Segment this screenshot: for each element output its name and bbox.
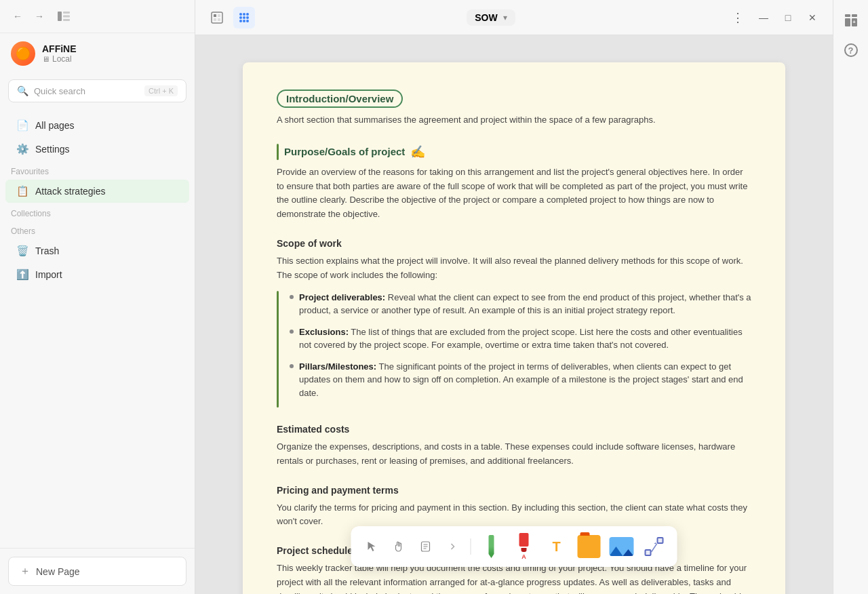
doc-title: SOW [475, 12, 497, 23]
import-label: Import [35, 269, 62, 280]
section-purpose: Purpose/Goals of project ✍️ Provide an o… [277, 144, 751, 222]
trash-label: Trash [35, 245, 59, 256]
more-options-button[interactable]: ⋮ [727, 7, 749, 28]
estimated-costs-text: Organize the expenses, descriptions, and… [277, 440, 751, 469]
others-label: Others [0, 221, 195, 239]
edgeless-button[interactable] [206, 7, 228, 28]
help-button[interactable]: ? [839, 38, 863, 62]
pricing-text: You clarify the terms for pricing and pa… [277, 501, 751, 530]
doc-area[interactable]: ••• Introduction/Overview A short sectio… [195, 35, 833, 594]
bullet-text-1: Exclusions: The list of things that are … [299, 325, 751, 352]
section-intro: Introduction/Overview A short section th… [277, 90, 751, 127]
trash-icon: 🗑️ [16, 245, 28, 257]
page-view-button[interactable] [233, 7, 255, 28]
user-workspace: 🖥 Local [42, 54, 77, 64]
sidebar-footer: ＋ New Page [0, 548, 195, 594]
sidebar-item-attack-strategies[interactable]: 📋 Attack strategies [5, 180, 189, 203]
bullet-content: Project deliverables: Reveal what the cl… [290, 291, 751, 408]
text-tool-button[interactable]: T [542, 532, 572, 561]
panel-toggle-button[interactable] [54, 7, 73, 26]
all-pages-icon: 📄 [16, 119, 28, 132]
user-name: AFFiNE [42, 43, 77, 54]
intro-heading: Introduction/Overview [277, 90, 403, 108]
sidebar-item-settings[interactable]: ⚙️ Settings [5, 138, 189, 161]
doc-title-area[interactable]: SOW ▾ [467, 9, 515, 26]
shape-tool-button[interactable] [574, 532, 604, 561]
sidebar-item-trash[interactable]: 🗑️ Trash [5, 239, 189, 262]
user-info: AFFiNE 🖥 Local [42, 43, 77, 64]
bullet-text-2: Pillars/Milestones: The significant poin… [299, 360, 751, 400]
window-controls: — □ ✕ [754, 8, 822, 27]
avatar: 🟠 [11, 41, 35, 66]
bullet-dot-2 [290, 364, 294, 368]
image-tool-button[interactable] [607, 532, 637, 561]
select-tool-button[interactable] [359, 534, 384, 559]
purpose-text: Provide an overview of the reasons for t… [277, 165, 751, 222]
user-profile[interactable]: 🟠 AFFiNE 🖥 Local [0, 33, 195, 74]
connector-tool-button[interactable] [639, 532, 669, 561]
svg-rect-7 [214, 18, 216, 21]
back-button[interactable]: ← [8, 7, 27, 26]
bullet-section: Project deliverables: Reveal what the cl… [277, 291, 751, 408]
svg-rect-4 [212, 12, 222, 23]
main-area: SOW ▾ ⋮ — □ ✕ ••• Introduction/Overview … [195, 0, 833, 594]
search-icon: 🔍 [17, 85, 28, 96]
right-panel: + ? [833, 0, 868, 594]
svg-rect-0 [58, 12, 62, 21]
svg-point-9 [239, 13, 242, 16]
svg-point-12 [239, 16, 242, 19]
new-page-button[interactable]: ＋ New Page [8, 557, 186, 586]
svg-point-17 [246, 20, 249, 22]
forward-button[interactable]: → [30, 7, 49, 26]
svg-rect-8 [218, 18, 220, 21]
scope-heading: Scope of work [277, 238, 751, 249]
settings-label: Settings [35, 144, 70, 155]
note-tool-button[interactable] [414, 534, 438, 559]
plus-icon: ＋ [20, 564, 31, 578]
bullet-item-1: Exclusions: The list of things that are … [290, 325, 751, 352]
purpose-heading-row: Purpose/Goals of project ✍️ [277, 144, 751, 160]
svg-point-16 [243, 20, 245, 22]
grid-add-button[interactable]: + [839, 8, 863, 33]
hand-tool-button[interactable] [387, 534, 411, 559]
pencil-tool-button[interactable] [477, 532, 507, 561]
svg-point-14 [246, 16, 249, 19]
minimize-button[interactable]: — [754, 8, 773, 27]
favourites-label: Favourites [0, 161, 195, 179]
maximize-button[interactable]: □ [778, 8, 797, 27]
chevron-down-icon: ▾ [503, 13, 507, 22]
titlebar-left [206, 7, 255, 28]
purpose-heading-text: Purpose/Goals of project [284, 146, 405, 157]
toolbar-divider [471, 538, 471, 555]
svg-point-10 [243, 13, 245, 16]
import-icon: ⬆️ [16, 269, 28, 281]
nav-arrows: ← → [8, 7, 49, 26]
bullet-dot-1 [290, 330, 294, 334]
section-estimated-costs: Estimated costs Organize the expenses, d… [277, 424, 751, 469]
settings-icon: ⚙️ [16, 143, 28, 155]
svg-rect-2 [63, 16, 70, 18]
purpose-bar [277, 144, 279, 160]
sidebar-top: ← → [0, 0, 195, 33]
estimated-costs-heading: Estimated costs [277, 424, 751, 435]
sidebar-item-all-pages[interactable]: 📄 All pages [5, 114, 189, 137]
marker-tool-button[interactable]: A [509, 532, 539, 561]
expand-button[interactable] [441, 534, 465, 559]
scope-text: This section explains what the project w… [277, 254, 751, 283]
search-bar[interactable]: 🔍 Quick search Ctrl + K [8, 79, 186, 102]
all-pages-label: All pages [35, 120, 75, 131]
svg-rect-3 [63, 19, 70, 21]
search-shortcut: Ctrl + K [144, 85, 178, 96]
bottom-toolbar: A T [351, 526, 677, 567]
svg-line-22 [652, 544, 657, 552]
svg-point-11 [246, 13, 249, 16]
bullet-text-0: Project deliverables: Reveal what the cl… [299, 291, 751, 317]
titlebar: SOW ▾ ⋮ — □ ✕ [195, 0, 833, 35]
close-button[interactable]: ✕ [803, 8, 822, 27]
svg-point-15 [239, 20, 242, 22]
attack-strategies-label: Attack strategies [35, 186, 106, 197]
titlebar-right: ⋮ — □ ✕ [727, 7, 822, 28]
sidebar-item-import[interactable]: ⬆️ Import [5, 263, 189, 286]
bullet-dot-0 [290, 295, 294, 299]
bullet-item-2: Pillars/Milestones: The significant poin… [290, 360, 751, 400]
